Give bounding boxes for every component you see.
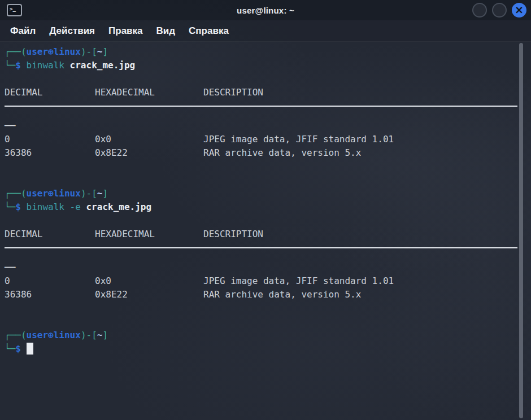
blank-line: [5, 160, 526, 173]
command-name: binwalk: [27, 60, 64, 71]
command-argument: crack_me.jpg: [86, 202, 151, 212]
prompt-frame: └─: [5, 60, 15, 71]
current-input-line[interactable]: └─$: [5, 342, 526, 356]
prompt-dollar: $: [15, 202, 21, 212]
header-description: DESCRIPTION: [203, 228, 526, 241]
prompt-host: linux: [54, 188, 81, 199]
prompt-host: linux: [54, 330, 81, 340]
prompt-frame: ]: [102, 46, 108, 57]
prompt-frame: └─: [5, 202, 15, 212]
kali-symbol-icon: ⊕: [48, 188, 54, 199]
menu-view[interactable]: Вид: [150, 25, 182, 37]
command-flag: -e: [70, 202, 81, 212]
cell-decimal: 36386: [5, 288, 95, 301]
window-title: user@linux: ~: [0, 6, 531, 15]
cell-decimal: 0: [5, 274, 95, 288]
prompt-frame: )-[: [81, 188, 97, 199]
command-argument: crack_me.jpg: [70, 60, 136, 71]
menu-file[interactable]: Файл: [3, 25, 42, 37]
command-line-1: └─$binwalkcrack_me.jpg: [5, 59, 526, 72]
close-icon: ×: [515, 5, 524, 15]
cell-hexadecimal: 0x8E22: [95, 146, 203, 160]
prompt-frame: ┌──(: [5, 330, 27, 340]
blank-line: [5, 72, 526, 86]
cell-description: RAR archive data, version 5.x: [203, 288, 526, 301]
command-name: binwalk: [27, 202, 64, 212]
prompt-path: ~: [97, 188, 103, 199]
header-hexadecimal: HEXADECIMAL: [95, 228, 203, 241]
menu-actions[interactable]: Действия: [42, 25, 102, 37]
prompt-user: user: [27, 46, 49, 57]
blank-line: [5, 214, 526, 228]
window-controls: ×: [472, 3, 526, 18]
table-row: 363860x8E22RAR archive data, version 5.x: [5, 146, 526, 160]
terminal-window: >_ user@linux: ~ × Файл Действия Правка …: [0, 0, 531, 420]
kali-symbol-icon: ⊕: [48, 330, 54, 340]
terminal-icon: >_: [10, 7, 16, 12]
cell-description: RAR archive data, version 5.x: [203, 146, 526, 160]
cell-hexadecimal: 0x8E22: [95, 288, 203, 301]
cell-description: JPEG image data, JFIF standard 1.01: [203, 274, 526, 288]
header-hexadecimal: HEXADECIMAL: [95, 86, 203, 99]
table-row: 00x0JPEG image data, JFIF standard 1.01: [5, 274, 526, 288]
prompt-user: user: [27, 188, 49, 199]
minimize-button[interactable]: [472, 3, 487, 18]
cell-decimal: 0: [5, 133, 95, 146]
prompt-line-1: ┌──(user⊕linux)-[~]: [5, 45, 526, 59]
close-button[interactable]: ×: [512, 3, 526, 18]
prompt-frame: ]: [102, 330, 108, 340]
prompt-dollar: $: [15, 60, 21, 71]
prompt-frame: ]: [102, 188, 108, 199]
blank-line: [5, 173, 526, 187]
menu-edit[interactable]: Правка: [102, 25, 149, 37]
prompt-frame: )-[: [81, 46, 97, 57]
header-description: DESCRIPTION: [203, 86, 526, 99]
prompt-frame: )-[: [81, 330, 97, 340]
table-row: 363860x8E22RAR archive data, version 5.x: [5, 288, 526, 301]
command-line-2: └─$binwalk-ecrack_me.jpg: [5, 200, 526, 214]
kali-symbol-icon: ⊕: [48, 46, 54, 57]
titlebar[interactable]: >_ user@linux: ~ ×: [0, 0, 531, 20]
prompt-line-3: ┌──(user⊕linux)-[~]: [5, 329, 526, 342]
terminal-app-icon: >_: [7, 4, 22, 16]
prompt-host: linux: [54, 46, 81, 57]
prompt-dollar: $: [15, 343, 21, 354]
table-separator-wrap: ──: [5, 261, 526, 274]
cell-decimal: 36386: [5, 146, 95, 160]
table-row: 00x0JPEG image data, JFIF standard 1.01: [5, 133, 526, 146]
prompt-path: ~: [97, 46, 103, 57]
header-decimal: DECIMAL: [5, 228, 95, 241]
table-separator-wrap: ──: [5, 119, 526, 133]
menu-help[interactable]: Справка: [182, 25, 236, 37]
blank-line: [5, 315, 526, 329]
header-decimal: DECIMAL: [5, 86, 95, 99]
menu-bar: Файл Действия Правка Вид Справка: [0, 20, 531, 42]
blank-line: [5, 301, 526, 315]
prompt-path: ~: [97, 330, 103, 340]
table-separator: [5, 106, 526, 119]
binwalk-header-row: DECIMALHEXADECIMALDESCRIPTION: [5, 86, 526, 99]
prompt-frame: ┌──(: [5, 188, 27, 199]
prompt-user: user: [27, 330, 49, 340]
scrollbar-thumb[interactable]: [519, 43, 523, 418]
table-separator: [5, 247, 526, 261]
prompt-frame: ┌──(: [5, 46, 27, 57]
cell-hexadecimal: 0x0: [95, 133, 203, 146]
prompt-frame: └─: [5, 343, 15, 354]
prompt-line-2: ┌──(user⊕linux)-[~]: [5, 187, 526, 200]
cell-description: JPEG image data, JFIF standard 1.01: [203, 133, 526, 146]
terminal-output-area[interactable]: ┌──(user⊕linux)-[~] └─$binwalkcrack_me.j…: [0, 42, 531, 419]
maximize-button[interactable]: [492, 3, 507, 18]
terminal-cursor: [27, 343, 33, 355]
binwalk-header-row: DECIMALHEXADECIMALDESCRIPTION: [5, 228, 526, 241]
cell-hexadecimal: 0x0: [95, 274, 203, 288]
